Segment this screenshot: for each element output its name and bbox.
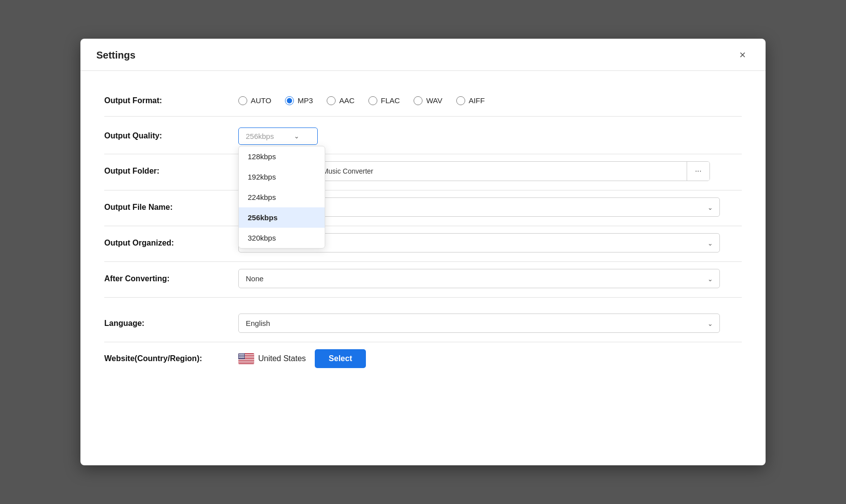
- folder-browse-button[interactable]: ···: [687, 162, 709, 181]
- after-converting-dropdown[interactable]: None: [238, 269, 720, 288]
- svg-point-17: [241, 354, 241, 355]
- language-label: Language:: [104, 319, 238, 328]
- svg-point-11: [241, 354, 242, 354]
- quality-current-value: 256kbps: [246, 132, 274, 140]
- svg-point-41: [239, 357, 240, 357]
- output-file-name-row: Output File Name: ⌄: [104, 192, 742, 226]
- svg-point-25: [242, 355, 243, 355]
- radio-aiff-label: AIFF: [469, 96, 485, 105]
- svg-point-19: [243, 354, 243, 355]
- svg-point-16: [240, 354, 240, 355]
- svg-point-59: [243, 358, 244, 358]
- svg-point-33: [243, 355, 244, 356]
- svg-point-56: [241, 358, 241, 358]
- radio-mp3[interactable]: MP3: [285, 96, 313, 105]
- after-converting-label: After Converting:: [104, 274, 238, 283]
- output-organized-row: Output Organized: ⌄: [104, 228, 742, 262]
- radio-flac-input[interactable]: [368, 96, 377, 105]
- radio-wav-input[interactable]: [414, 96, 423, 105]
- svg-point-14: [244, 354, 244, 354]
- website-row: Website(Country/Region):: [104, 344, 742, 373]
- svg-point-27: [244, 355, 244, 355]
- radio-aac-label: AAC: [339, 96, 354, 105]
- radio-flac[interactable]: FLAC: [368, 96, 400, 105]
- svg-point-8: [239, 354, 239, 354]
- svg-point-36: [240, 356, 241, 356]
- svg-point-18: [242, 354, 242, 355]
- output-folder-label: Output Folder:: [104, 167, 238, 176]
- svg-point-44: [242, 357, 242, 357]
- quality-option-320[interactable]: 320kbps: [239, 228, 325, 248]
- dialog-header: Settings ×: [80, 39, 766, 71]
- svg-point-51: [242, 357, 243, 358]
- svg-point-49: [240, 357, 241, 358]
- svg-point-32: [243, 355, 243, 356]
- svg-point-37: [241, 356, 242, 356]
- after-converting-dropdown-wrapper: None ⌄: [238, 269, 720, 288]
- website-content: United States Select: [238, 349, 742, 368]
- svg-point-52: [243, 357, 243, 358]
- svg-point-39: [243, 356, 243, 356]
- radio-aiff-input[interactable]: [456, 96, 465, 105]
- svg-point-30: [241, 355, 241, 356]
- svg-point-20: [243, 354, 244, 355]
- svg-point-46: [243, 357, 244, 357]
- svg-point-23: [240, 355, 241, 355]
- radio-mp3-input[interactable]: [285, 96, 294, 105]
- country-flag-icon: [238, 353, 254, 364]
- svg-point-13: [243, 354, 243, 354]
- output-organized-label: Output Organized:: [104, 239, 238, 248]
- close-button[interactable]: ×: [735, 48, 750, 63]
- language-row: Language: English ⌄: [104, 309, 742, 342]
- settings-dialog: Settings × Output Format: AUTO MP3: [80, 39, 766, 465]
- svg-point-48: [240, 357, 240, 358]
- quality-option-224[interactable]: 224kbps: [239, 187, 325, 207]
- svg-point-53: [244, 357, 244, 358]
- svg-point-45: [243, 357, 243, 357]
- svg-point-28: [239, 355, 240, 356]
- radio-auto-input[interactable]: [238, 96, 247, 105]
- svg-point-29: [240, 355, 240, 356]
- dialog-title: Settings: [96, 50, 136, 61]
- svg-point-57: [242, 358, 242, 358]
- output-format-radio-group: AUTO MP3 AAC FLAC: [238, 96, 485, 105]
- quality-option-256[interactable]: 256kbps: [239, 207, 325, 228]
- radio-auto[interactable]: AUTO: [238, 96, 271, 105]
- svg-point-42: [240, 357, 240, 357]
- quality-dropdown-arrow-icon: ⌄: [294, 132, 299, 140]
- quality-option-192[interactable]: 192kbps: [239, 167, 325, 187]
- country-name: United States: [258, 354, 306, 363]
- radio-mp3-label: MP3: [297, 96, 313, 105]
- quality-option-128[interactable]: 128kbps: [239, 146, 325, 167]
- svg-point-58: [243, 358, 243, 358]
- svg-point-43: [241, 357, 241, 357]
- svg-point-12: [242, 354, 243, 354]
- language-dropdown[interactable]: English: [238, 314, 720, 333]
- radio-aac-input[interactable]: [327, 96, 336, 105]
- svg-point-9: [240, 354, 240, 354]
- svg-point-55: [240, 358, 240, 358]
- language-content: English ⌄: [238, 314, 742, 333]
- output-file-name-label: Output File Name:: [104, 203, 238, 212]
- svg-point-21: [239, 355, 239, 355]
- svg-point-38: [242, 356, 243, 356]
- svg-point-47: [239, 357, 239, 358]
- radio-aac[interactable]: AAC: [327, 96, 354, 105]
- radio-flac-label: FLAC: [381, 96, 400, 105]
- quality-dropdown-trigger[interactable]: 256kbps ⌄: [238, 127, 318, 145]
- select-country-button[interactable]: Select: [315, 349, 366, 368]
- radio-wav[interactable]: WAV: [414, 96, 442, 105]
- svg-point-10: [240, 354, 241, 354]
- svg-rect-4: [238, 359, 254, 360]
- radio-aiff[interactable]: AIFF: [456, 96, 485, 105]
- website-label: Website(Country/Region):: [104, 354, 238, 363]
- svg-point-54: [239, 358, 240, 358]
- after-converting-row: After Converting: None ⌄: [104, 264, 742, 298]
- output-format-row: Output Format: AUTO MP3 AAC: [104, 89, 742, 117]
- svg-point-35: [240, 356, 240, 356]
- svg-point-31: [242, 355, 242, 356]
- after-converting-content: None ⌄: [238, 269, 742, 288]
- language-dropdown-wrapper: English ⌄: [238, 314, 720, 333]
- svg-point-34: [239, 356, 239, 356]
- svg-rect-6: [238, 363, 254, 364]
